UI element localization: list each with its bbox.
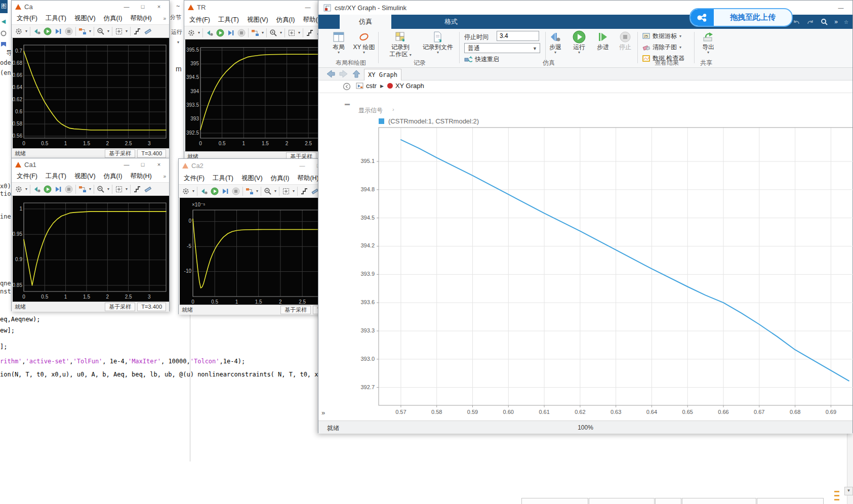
breadcrumb-model[interactable]: cstr <box>366 82 377 90</box>
scrollbar-down-button[interactable]: ▼ <box>844 487 853 495</box>
run-button[interactable] <box>44 27 52 35</box>
title-bar[interactable]: Ca1 — □ × <box>12 158 169 171</box>
scope-settings-button[interactable] <box>182 187 190 195</box>
scope-menu-item[interactable]: 仿真(I) <box>271 174 290 183</box>
scope-menu-item[interactable]: 视图(V) <box>74 172 96 181</box>
fit-to-view-button[interactable] <box>115 27 123 35</box>
scope-menu-item[interactable]: 帮助(H) <box>130 14 151 23</box>
fast-restart-button[interactable]: 快速重启 <box>464 55 499 64</box>
step-forward-button[interactable] <box>221 187 229 195</box>
menu-overflow-icon[interactable]: » <box>163 174 166 179</box>
tab-format[interactable]: 格式 <box>426 15 476 29</box>
stop-button[interactable] <box>232 187 240 195</box>
minimize-button[interactable]: — <box>120 4 133 10</box>
measurements-button[interactable] <box>144 185 152 193</box>
scope-menu-item[interactable]: 工具(T) <box>213 174 233 183</box>
scope-settings-button[interactable] <box>15 185 23 193</box>
sim-mode-select[interactable]: 普通▼ <box>464 43 540 53</box>
scope-menu-item[interactable]: 文件(F) <box>184 174 205 183</box>
zoom-button[interactable] <box>97 27 105 35</box>
stop-button[interactable]: 停止 <box>611 30 639 59</box>
highlight-block-button[interactable] <box>251 29 259 37</box>
breadcrumb-block[interactable]: XY Graph <box>395 82 424 90</box>
highlight-block-button[interactable] <box>78 27 87 35</box>
zoom-button[interactable] <box>269 29 277 37</box>
upload-drop-button[interactable]: 拖拽至此上传 <box>689 8 793 27</box>
minimize-button[interactable]: — <box>834 5 847 11</box>
close-button[interactable]: × <box>152 161 166 167</box>
scope-menu-item[interactable]: 帮助(H) <box>297 174 318 183</box>
fit-to-view-button[interactable] <box>115 185 123 193</box>
tab-simulation[interactable]: 仿真 <box>340 15 391 29</box>
signal-stairs-button[interactable] <box>133 185 141 193</box>
collapse-panel-button[interactable] <box>343 82 351 92</box>
clear-subplot-button[interactable]: 清除子图▾ <box>642 42 698 52</box>
stepping-options-button[interactable] <box>33 185 41 193</box>
scope-menu-item[interactable]: 仿真(I) <box>104 172 123 181</box>
splitter-handle[interactable]: ▬ <box>345 101 350 106</box>
scope-menu-item[interactable]: 视图(V) <box>74 14 96 23</box>
fit-to-view-button[interactable] <box>288 29 296 37</box>
signal-stairs-button[interactable] <box>300 187 308 195</box>
log-to-file-button[interactable]: 记录到文件▾ <box>420 30 456 59</box>
log-to-workspace-button[interactable]: 记录到工作区 ▾ <box>385 30 416 59</box>
title-bar[interactable]: Ca — □ × <box>12 1 169 13</box>
undo-icon[interactable] <box>792 18 800 25</box>
stepping-options-button[interactable] <box>200 187 208 195</box>
menu-overflow-icon[interactable]: » <box>163 16 166 21</box>
scope-menu-item[interactable]: 视图(V) <box>241 174 263 183</box>
scope-menu-item[interactable]: 文件(F) <box>17 14 37 23</box>
minimize-button[interactable]: — <box>301 4 314 10</box>
signal-stairs-button[interactable] <box>306 29 314 37</box>
step-forward-button[interactable] <box>227 29 235 37</box>
scope-menu-item[interactable]: 工具(T) <box>46 14 66 23</box>
nav-forward-icon[interactable] <box>339 69 349 78</box>
nav-back-icon[interactable] <box>326 69 336 78</box>
scope-settings-button[interactable] <box>187 29 195 37</box>
scope-menu-item[interactable]: 仿真(I) <box>276 16 295 24</box>
close-button[interactable]: × <box>152 4 166 10</box>
document-tab[interactable]: XY Graph <box>364 69 401 80</box>
stop-button[interactable] <box>65 27 73 35</box>
export-button[interactable]: 导出▾ <box>694 30 722 59</box>
redo-icon[interactable] <box>806 18 815 25</box>
zoom-button[interactable] <box>264 187 272 195</box>
step-forward-button[interactable] <box>54 27 62 35</box>
run-button[interactable] <box>44 185 52 193</box>
stepping-options-button[interactable] <box>206 29 214 37</box>
search-icon[interactable] <box>821 18 828 26</box>
run-button[interactable] <box>216 29 224 37</box>
favorite-icon[interactable]: ☆ <box>844 19 848 25</box>
expand-panel-button[interactable]: » <box>321 409 325 416</box>
measurements-button[interactable] <box>144 27 152 35</box>
xy-plot[interactable]: 0.570.580.590.600.610.620.630.640.650.66… <box>331 107 853 421</box>
step-forward-button[interactable] <box>54 185 62 193</box>
scope-menu-item[interactable]: 视图(V) <box>247 16 268 24</box>
nav-up-icon[interactable] <box>352 69 361 78</box>
stepping-options-button[interactable] <box>33 27 41 35</box>
signal-stairs-button[interactable] <box>133 27 141 35</box>
minimize-button[interactable]: — <box>120 161 133 167</box>
more-icon[interactable]: » <box>834 18 838 25</box>
stop-time-input[interactable] <box>497 31 539 41</box>
scope-menu-item[interactable]: 工具(T) <box>218 16 239 24</box>
scope-menu-item[interactable]: 工具(T) <box>46 172 66 181</box>
scope-menu-item[interactable]: 帮助(H) <box>130 172 151 181</box>
data-cursor-button[interactable]: 25 数据游标▾ <box>642 31 698 41</box>
minimize-button[interactable]: — <box>296 162 309 169</box>
highlight-block-button[interactable] <box>246 187 254 195</box>
run-button[interactable] <box>211 187 219 195</box>
stop-button[interactable] <box>65 185 73 193</box>
stop-button[interactable] <box>237 29 246 37</box>
maximize-button[interactable]: □ <box>136 161 149 167</box>
scope-settings-button[interactable] <box>15 27 23 35</box>
fit-to-view-button[interactable] <box>282 187 290 195</box>
layout-button[interactable]: 布局▾ <box>324 30 353 59</box>
zoom-button[interactable] <box>97 185 105 193</box>
scope-menu-item[interactable]: 仿真(I) <box>104 14 123 23</box>
scope-menu-item[interactable]: 文件(F) <box>17 172 37 181</box>
xy-plot-button[interactable]: XY 绘图▾ <box>350 30 378 59</box>
highlight-block-button[interactable] <box>78 185 87 193</box>
maximize-button[interactable]: □ <box>136 4 149 10</box>
scope-menu-item[interactable]: 文件(F) <box>189 16 210 24</box>
